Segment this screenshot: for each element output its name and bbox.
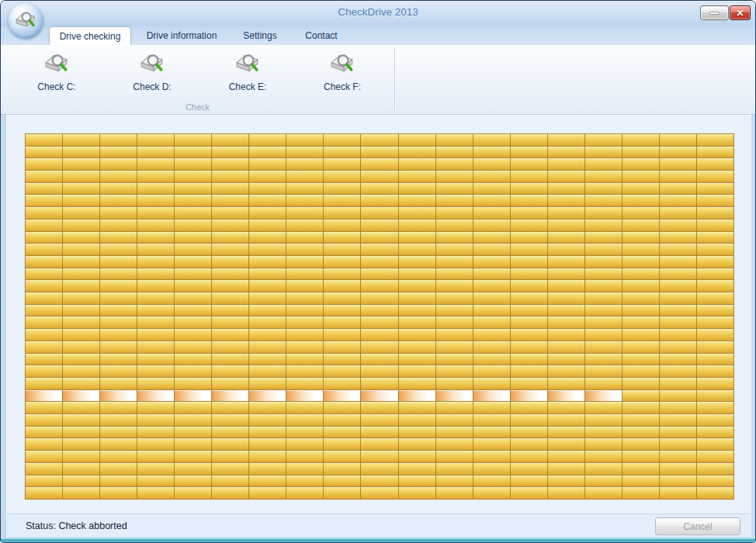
check-f-button[interactable]: Check F: [310,47,375,106]
block-checked [175,341,211,353]
block-checked [548,207,584,219]
block-checked [26,365,62,377]
block-checked [100,147,137,158]
block-checked [324,463,360,475]
block-checked [697,220,733,231]
cancel-button[interactable]: Cancel [655,517,740,535]
close-button[interactable]: ✕ [730,5,751,20]
block-checked [137,316,174,328]
block-checked [286,365,323,377]
block-checked [548,292,584,304]
block-checked [622,390,659,402]
block-checked [26,329,62,341]
block-checked [286,427,323,438]
block-checked [63,451,99,462]
block-checked [473,280,510,292]
block-checked [622,451,659,462]
block-checked [212,183,248,195]
block-checked [399,451,435,462]
block-checked [585,305,622,316]
block-checked [473,171,510,182]
block-checked [100,427,137,438]
block-checked [399,316,435,328]
block-checked [622,463,659,475]
block-checked [548,378,584,389]
titlebar[interactable]: CheckDrive 2013 ✕ [1,1,755,26]
block-checked [436,134,473,146]
block-checked [63,171,99,182]
drive-magnifier-icon [329,52,355,77]
block-checked [249,220,286,231]
block-checked [324,134,360,146]
block-checked [26,414,62,426]
block-checked [399,414,435,426]
block-checked [175,305,211,316]
block-checked [399,280,435,292]
block-checked [585,256,622,268]
block-checked [249,354,286,365]
app-logo-icon[interactable] [8,3,43,39]
block-checked [137,487,174,499]
block-checked [361,256,397,268]
block-checked [100,354,137,365]
tab-contact[interactable]: Contact [297,26,345,45]
block-checked [511,134,547,146]
block-checked [697,268,733,280]
status-bar: Status: Check abborted Cancel [6,514,751,537]
block-checked [697,305,733,316]
block-checked [26,207,62,219]
block-checked [26,232,62,244]
block-checked [249,232,286,244]
block-checked [622,438,659,450]
tab-drive-information[interactable]: Drive information [140,26,223,45]
block-checked [548,244,584,255]
block-checked [399,354,435,365]
tab-settings[interactable]: Settings [234,26,286,45]
block-checked [100,329,137,341]
block-checked [175,427,211,438]
block-checked [63,207,99,219]
block-checked [511,427,547,438]
block-checked [511,402,547,413]
block-checked [175,268,211,280]
block-checked [622,232,659,244]
block-checked [622,207,659,219]
block-checked [399,402,435,413]
check-e-button[interactable]: Check E: [215,47,280,106]
block-checked [100,341,137,353]
block-checked [324,147,360,158]
block-checked [511,451,547,462]
check-d-button[interactable]: Check D: [120,47,185,106]
block-checked [473,147,510,158]
block-checked [660,232,696,244]
block-checked [473,316,510,328]
block-checked [622,316,659,328]
block-checked [622,147,659,158]
block-checked [622,134,659,146]
block-checked [175,292,211,304]
block-checked [697,427,733,438]
block-checking [286,390,323,402]
check-c-button[interactable]: Check C: [24,47,89,106]
block-checked [697,158,733,170]
block-checked [660,487,696,499]
block-checked [585,487,622,499]
tab-drive-checking[interactable]: Drive checking [49,26,131,45]
block-checked [286,451,323,462]
block-checked [137,268,174,280]
minimize-button[interactable] [700,5,729,20]
block-checked [585,207,622,219]
check-e-label: Check E: [229,81,267,92]
block-checked [660,207,696,219]
block-checked [548,451,584,462]
block-checked [548,171,584,182]
block-checked [137,244,174,255]
block-checked [63,316,99,328]
block-checked [137,354,174,365]
block-checked [137,476,174,487]
block-checked [697,207,733,219]
block-checked [26,244,62,255]
block-checked [585,354,622,365]
block-checked [660,365,696,377]
block-checked [286,341,323,353]
